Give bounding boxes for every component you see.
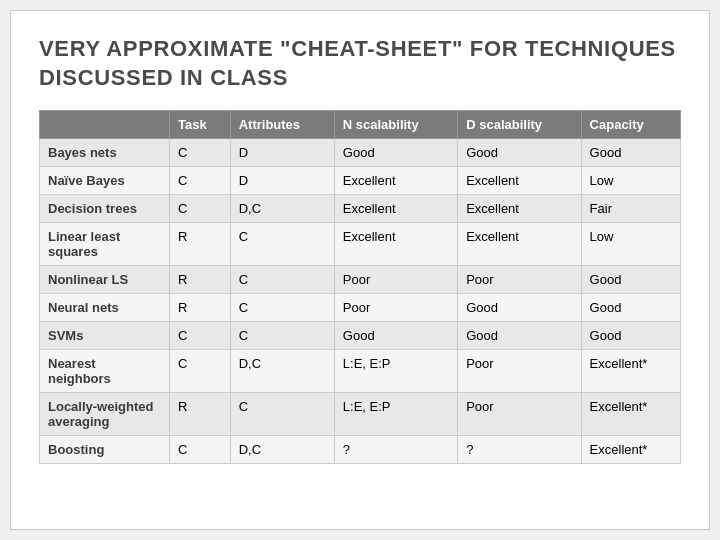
cell-technique: SVMs [40,322,170,350]
cell-n_scalability: L:E, E:P [334,393,457,436]
cell-d_scalability: Good [458,322,581,350]
cell-attributes: D,C [230,195,334,223]
cell-technique: Decision trees [40,195,170,223]
cell-task: R [170,223,231,266]
cell-technique: Naïve Bayes [40,167,170,195]
cell-capacity: Excellent* [581,436,680,464]
table-row: Nearest neighborsCD,CL:E, E:PPoorExcelle… [40,350,681,393]
cell-capacity: Excellent* [581,393,680,436]
cell-attributes: D,C [230,436,334,464]
slide: Very approximate "Cheat-sheet" for techn… [10,10,710,530]
cell-task: C [170,350,231,393]
cell-task: C [170,167,231,195]
page-title: Very approximate "Cheat-sheet" for techn… [39,35,681,92]
cell-n_scalability: Excellent [334,223,457,266]
cell-n_scalability: Excellent [334,167,457,195]
header-n-scalability: N scalability [334,111,457,139]
cell-technique: Nearest neighbors [40,350,170,393]
cell-n_scalability: Excellent [334,195,457,223]
header-technique [40,111,170,139]
cell-d_scalability: Excellent [458,167,581,195]
cell-capacity: Good [581,294,680,322]
table-row: Bayes netsCDGoodGoodGood [40,139,681,167]
cell-n_scalability: ? [334,436,457,464]
cell-technique: Boosting [40,436,170,464]
cell-task: R [170,266,231,294]
cell-attributes: D,C [230,350,334,393]
cell-attributes: D [230,167,334,195]
cell-task: C [170,195,231,223]
cell-attributes: C [230,266,334,294]
cell-capacity: Excellent* [581,350,680,393]
table-row: Nonlinear LSRCPoorPoorGood [40,266,681,294]
cell-n_scalability: L:E, E:P [334,350,457,393]
cell-task: C [170,436,231,464]
cell-attributes: D [230,139,334,167]
cell-d_scalability: Poor [458,393,581,436]
cell-technique: Neural nets [40,294,170,322]
table-header-row: Task Attributes N scalability D scalabil… [40,111,681,139]
cell-capacity: Good [581,266,680,294]
header-d-scalability: D scalability [458,111,581,139]
cell-task: R [170,393,231,436]
cell-capacity: Fair [581,195,680,223]
table-row: Naïve BayesCDExcellentExcellentLow [40,167,681,195]
cell-n_scalability: Poor [334,294,457,322]
header-capacity: Capacity [581,111,680,139]
cell-d_scalability: Excellent [458,223,581,266]
header-attributes: Attributes [230,111,334,139]
cell-capacity: Low [581,223,680,266]
cell-n_scalability: Good [334,322,457,350]
cell-capacity: Good [581,322,680,350]
cell-d_scalability: Poor [458,350,581,393]
cell-d_scalability: ? [458,436,581,464]
cell-technique: Bayes nets [40,139,170,167]
table-row: Neural netsRCPoorGoodGood [40,294,681,322]
cell-d_scalability: Poor [458,266,581,294]
cell-capacity: Low [581,167,680,195]
cell-task: C [170,322,231,350]
table-row: Linear least squaresRCExcellentExcellent… [40,223,681,266]
cell-technique: Linear least squares [40,223,170,266]
table-row: BoostingCD,C??Excellent* [40,436,681,464]
cell-d_scalability: Good [458,139,581,167]
cell-attributes: C [230,393,334,436]
header-task: Task [170,111,231,139]
cell-attributes: C [230,294,334,322]
cell-n_scalability: Good [334,139,457,167]
cell-attributes: C [230,223,334,266]
cell-task: C [170,139,231,167]
table-row: Locally-weighted averagingRCL:E, E:PPoor… [40,393,681,436]
cell-task: R [170,294,231,322]
cell-capacity: Good [581,139,680,167]
cell-technique: Locally-weighted averaging [40,393,170,436]
table-row: Decision treesCD,CExcellentExcellentFair [40,195,681,223]
cell-attributes: C [230,322,334,350]
cheat-sheet-table: Task Attributes N scalability D scalabil… [39,110,681,464]
cell-n_scalability: Poor [334,266,457,294]
cell-d_scalability: Excellent [458,195,581,223]
cell-technique: Nonlinear LS [40,266,170,294]
table-row: SVMsCCGoodGoodGood [40,322,681,350]
cell-d_scalability: Good [458,294,581,322]
